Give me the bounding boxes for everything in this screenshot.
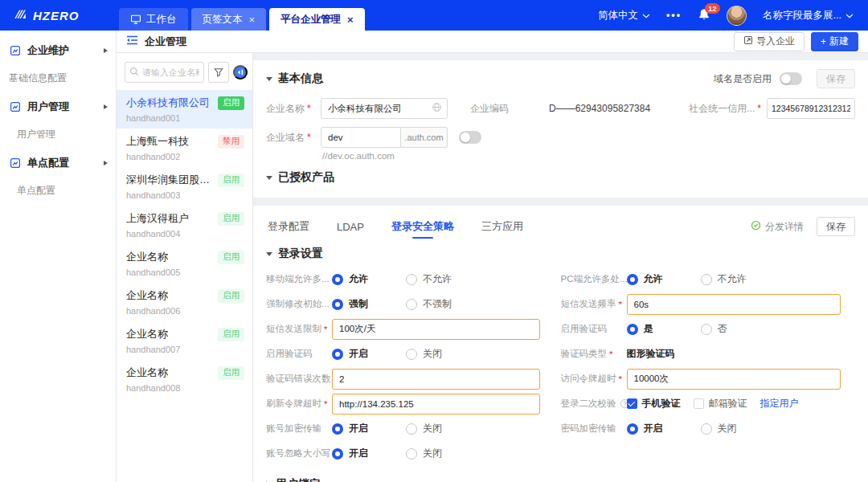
radio-icon [406,274,417,285]
access-token-timeout-field: 访问令牌超时* [561,366,856,391]
collapse-panel-button[interactable] [233,65,248,80]
company-list-item[interactable]: 上海甄一科技禁用handhand002 [117,129,252,167]
company-name: 企业名称 [126,327,168,341]
close-icon[interactable]: × [249,14,256,26]
company-name-input[interactable] [321,98,448,119]
notifications-button[interactable]: 12 [698,8,710,23]
enable-captcha-flag-option-1[interactable]: 是 [627,322,701,336]
company-name: 上海汉得租户 [126,211,189,226]
company-code: handhand001 [126,113,244,123]
globe-icon [432,102,442,115]
access-token-timeout-input[interactable] [627,369,841,390]
sidebar-group-1[interactable]: 企业维护 [0,35,116,65]
domain-enable-toggle[interactable] [780,72,802,85]
collapse-arrow-icon[interactable] [266,176,272,180]
sidebar-group-2[interactable]: 用户管理 [0,92,116,121]
company-list-item[interactable]: 企业名称启用handhand005 [117,244,252,283]
checkbox-icon [627,398,637,409]
company-name: 上海甄一科技 [126,134,189,149]
radio-label: 允许 [349,272,368,286]
company-list-item[interactable]: 小余科技有限公司启用handhand001 [117,90,252,129]
account-encrypt-field: 账号加密传输开启关闭 [266,416,561,441]
radio-icon [332,423,343,435]
credit-code-input[interactable] [767,98,855,119]
collapse-arrow-icon[interactable] [266,252,272,256]
force-modify-initial-option-2[interactable]: 不强制 [406,297,480,311]
company-code: handhand006 [126,306,244,316]
mobile-multi-login-option-2[interactable]: 不允许 [406,272,480,286]
sms-send-limit-input[interactable] [332,319,540,340]
mobile-multi-login-option-1[interactable]: 允许 [332,272,406,286]
language-selector[interactable]: 简体中文 [598,9,650,22]
radio-label: 开启 [349,347,368,361]
force-modify-initial-option-1[interactable]: 强制 [332,297,406,311]
policy-tab-3[interactable]: 登录安全策略 [390,213,456,240]
radio-icon [406,349,417,360]
sso-config-icon [10,157,21,169]
authorized-products-title: 已授权产品 [278,170,334,185]
account-ignore-case-option-2[interactable]: 关闭 [406,447,480,460]
policy-tab-4[interactable]: 三方应用 [480,213,525,240]
sidebar-group-3[interactable]: 单点配置 [0,148,116,178]
create-label: 新建 [829,35,849,48]
secondary-verification-checkbox-2[interactable]: 邮箱验证 [694,397,747,411]
assign-users-link[interactable]: 指定用户 [760,397,799,411]
sms-send-limit-field: 短信发送限制* [266,317,561,341]
password-encrypt-label: 密码加密传输 [561,423,627,435]
account-encrypt-option-2[interactable]: 关闭 [406,422,480,435]
captcha-error-times-input[interactable] [332,369,540,390]
topbar: HZERO 工作台页签文本×平台企业管理× 简体中文 ••• 12 名称字段最 [0,0,868,31]
company-search-input[interactable] [142,67,199,77]
company-list-item[interactable]: 企业名称启用handhand007 [117,321,252,360]
pc-multi-login-option-2[interactable]: 不允许 [701,272,775,286]
topbar-tab-3[interactable]: 平台企业管理× [269,8,365,31]
basic-info-actions: 域名是否启用 保存 [714,69,855,88]
more-menu-button[interactable]: ••• [666,10,682,21]
menu-collapse-icon[interactable] [126,35,138,48]
policy-tab-1[interactable]: 登录配置 [266,213,311,240]
password-encrypt-option-1[interactable]: 开启 [627,422,701,435]
enable-captcha-option-1[interactable]: 开启 [332,347,406,361]
secondary-verification-checkbox-1[interactable]: 手机验证 [627,397,681,411]
import-enterprise-button[interactable]: 导入企业 [734,32,805,51]
distribute-detail-button[interactable]: 分发详情 [751,220,804,234]
enable-captcha-flag-option-2[interactable]: 否 [701,322,775,336]
topbar-tab-2[interactable]: 页签文本× [191,8,267,31]
domain-input[interactable] [321,127,401,148]
user-menu[interactable]: 名称字段最多展... [763,9,854,22]
sidebar-item[interactable]: 单点配置 [0,178,116,204]
collapse-arrow-icon[interactable] [266,77,272,81]
topbar-tab-1[interactable]: 工作台 [119,8,188,31]
sidebar-item[interactable]: 基础信息配置 [0,65,116,92]
captcha-error-times-field: 验证码错误次数* [266,366,561,391]
create-button[interactable]: + 新建 [811,32,858,51]
pc-multi-login-option-1[interactable]: 允许 [627,272,701,286]
user-lock-header: 用户锁定 [266,477,855,482]
company-list-item[interactable]: 深圳华润集团股份有...启用handhand003 [117,167,252,206]
sidebar-item[interactable]: 用户管理 [0,121,116,148]
basic-info-save-button[interactable]: 保存 [817,69,855,88]
force-modify-initial-field: 强制修改初始...强制不强制 [266,292,561,317]
company-list-item[interactable]: 企业名称启用handhand006 [117,283,252,321]
radio-icon [627,423,638,435]
policy-save-button[interactable]: 保存 [817,217,855,236]
enable-captcha-option-2[interactable]: 关闭 [406,347,480,361]
company-list-item[interactable]: 企业名称启用handhand008 [117,360,252,398]
radio-label: 不允许 [718,272,747,286]
status-badge: 启用 [218,174,244,187]
password-encrypt-option-2[interactable]: 关闭 [701,422,775,435]
company-search-field[interactable] [125,62,204,83]
captcha-type-value: 图形验证码 [627,347,675,361]
filter-button[interactable] [208,62,229,83]
refresh-token-timeout-input[interactable] [332,394,540,415]
avatar[interactable] [727,6,747,26]
policy-tab-2[interactable]: LDAP [335,214,366,239]
domain-toggle[interactable] [459,131,481,144]
hzero-logo-icon [13,7,27,24]
company-list-item[interactable]: 上海汉得租户启用handhand004 [117,206,252,244]
sms-send-rate-input[interactable] [627,294,841,315]
close-icon[interactable]: × [347,14,354,26]
status-badge: 启用 [218,96,244,110]
account-ignore-case-option-1[interactable]: 开启 [332,447,406,460]
account-encrypt-option-1[interactable]: 开启 [332,422,406,435]
